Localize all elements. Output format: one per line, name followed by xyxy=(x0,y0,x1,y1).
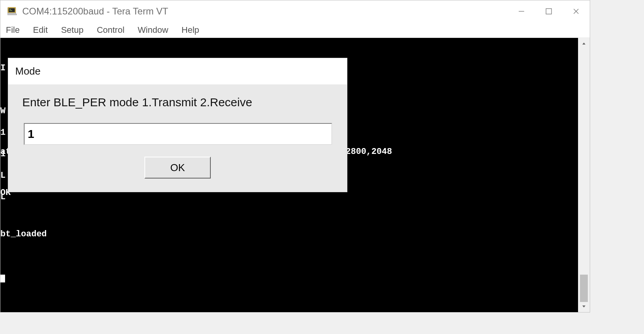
menu-file[interactable]: File xyxy=(6,25,20,35)
minimize-button[interactable] xyxy=(508,0,535,22)
terminal-line: bt_loaded xyxy=(0,227,392,241)
menu-window[interactable]: Window xyxy=(138,25,168,35)
scroll-up-arrow-icon[interactable] xyxy=(578,38,590,50)
scroll-thumb[interactable] xyxy=(580,275,588,302)
app-icon xyxy=(7,6,18,16)
menu-control[interactable]: Control xyxy=(97,25,125,35)
mode-input[interactable] xyxy=(24,123,332,145)
mode-dialog: Mode Enter BLE_PER mode 1.Transmit 2.Rec… xyxy=(8,58,347,192)
window-title: COM4:115200baud - Tera Term VT xyxy=(22,6,168,17)
dialog-title: Mode xyxy=(8,58,347,85)
scroll-down-arrow-icon[interactable] xyxy=(578,300,590,312)
menubar: File Edit Setup Control Window Help xyxy=(0,22,590,38)
dialog-body: Enter BLE_PER mode 1.Transmit 2.Receive … xyxy=(8,85,347,192)
maximize-button[interactable] xyxy=(535,0,562,22)
close-button[interactable] xyxy=(562,0,590,22)
menu-edit[interactable]: Edit xyxy=(33,25,48,35)
menu-setup[interactable]: Setup xyxy=(61,25,84,35)
terminal-cursor xyxy=(0,275,5,282)
dialog-prompt: Enter BLE_PER mode 1.Transmit 2.Receive xyxy=(22,96,333,109)
svg-rect-3 xyxy=(546,9,551,14)
ok-button[interactable]: OK xyxy=(144,157,211,179)
window-controls xyxy=(508,0,590,22)
scroll-track[interactable] xyxy=(578,50,590,300)
titlebar: COM4:115200baud - Tera Term VT xyxy=(0,0,590,22)
vertical-scrollbar[interactable] xyxy=(578,38,590,312)
svg-rect-1 xyxy=(9,8,15,12)
menu-help[interactable]: Help xyxy=(181,25,199,35)
